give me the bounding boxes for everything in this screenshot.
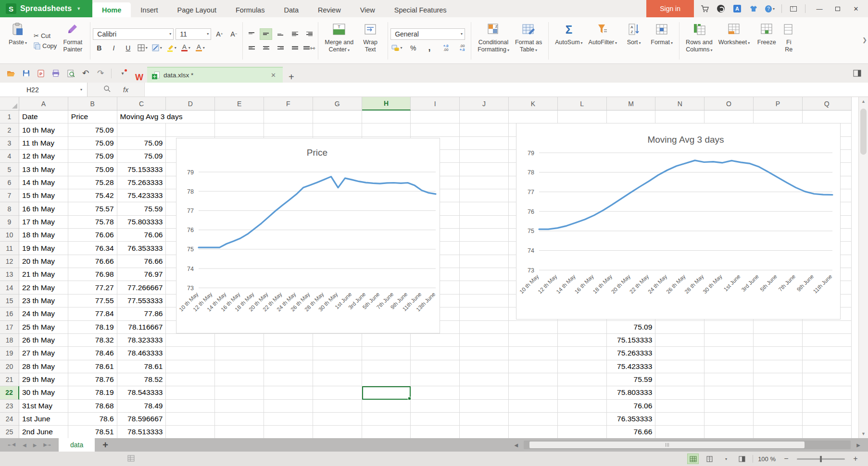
column-header-K[interactable]: K bbox=[509, 97, 558, 110]
menu-tab-formulas[interactable]: Formulas bbox=[226, 2, 274, 17]
paste-button[interactable]: Paste▾ bbox=[4, 19, 32, 62]
cell-C13[interactable]: 76.97 bbox=[117, 268, 166, 281]
sort-button[interactable]: AZ Sort▾ bbox=[620, 19, 648, 62]
cell-I19[interactable] bbox=[411, 347, 460, 360]
cell-B21[interactable]: 78.76 bbox=[68, 373, 117, 386]
wps-writer-icon[interactable]: W bbox=[131, 73, 147, 83]
cell-J14[interactable] bbox=[460, 281, 509, 294]
cell-O1[interactable] bbox=[704, 110, 754, 123]
cell-I20[interactable] bbox=[411, 360, 460, 373]
cell-A6[interactable]: 14 th May bbox=[19, 176, 68, 189]
cell-J21[interactable] bbox=[460, 373, 509, 386]
customize-qat-icon[interactable]: ▾ bbox=[118, 69, 126, 78]
copy-button[interactable]: Copy bbox=[34, 42, 57, 49]
formula-input[interactable] bbox=[144, 83, 868, 97]
menu-tab-data[interactable]: Data bbox=[274, 2, 308, 17]
cell-I21[interactable] bbox=[411, 373, 460, 386]
select-all-button[interactable] bbox=[0, 97, 19, 110]
row-header-25[interactable]: 25 bbox=[0, 426, 19, 438]
zoom-slider[interactable] bbox=[797, 458, 845, 460]
cell-J23[interactable] bbox=[460, 400, 509, 413]
cell-I2[interactable] bbox=[411, 123, 460, 136]
name-box[interactable]: H22 ▾ bbox=[0, 83, 88, 97]
cell-M1[interactable] bbox=[607, 110, 656, 123]
format-as-table-button[interactable]: Format asTable▾ bbox=[512, 19, 545, 62]
cell-P20[interactable] bbox=[754, 360, 803, 373]
cell-L17[interactable] bbox=[558, 321, 607, 334]
menu-tab-page-layout[interactable]: Page Layout bbox=[168, 2, 226, 17]
cell-L25[interactable] bbox=[558, 426, 607, 438]
row-header-1[interactable]: 1 bbox=[0, 110, 19, 123]
cell-M24[interactable]: 76.353333 bbox=[607, 413, 656, 426]
cell-D20[interactable] bbox=[166, 360, 215, 373]
font-size-select[interactable]: 11▾ bbox=[176, 28, 211, 40]
cell-N17[interactable] bbox=[655, 321, 704, 334]
cell-N21[interactable] bbox=[655, 373, 704, 386]
cell-A23[interactable]: 31st May bbox=[19, 400, 68, 413]
cell-J12[interactable] bbox=[460, 255, 509, 268]
cell-F23[interactable] bbox=[264, 400, 313, 413]
cell-J4[interactable] bbox=[460, 150, 509, 163]
cell-A12[interactable]: 20 th May bbox=[19, 255, 68, 268]
column-header-A[interactable]: A bbox=[19, 97, 68, 110]
cell-O23[interactable] bbox=[704, 400, 754, 413]
cell-A17[interactable]: 25 th May bbox=[19, 321, 68, 334]
cell-F1[interactable] bbox=[264, 110, 313, 123]
vertical-scrollbar[interactable]: ▲ ▼ bbox=[858, 97, 868, 438]
cell-M25[interactable]: 76.66 bbox=[607, 426, 656, 438]
cell-B22[interactable]: 78.19 bbox=[68, 386, 117, 399]
cell-J22[interactable] bbox=[460, 386, 509, 399]
cell-B6[interactable]: 75.28 bbox=[68, 176, 117, 189]
align-right-icon[interactable] bbox=[274, 42, 287, 54]
cell-N20[interactable] bbox=[655, 360, 704, 373]
cell-N24[interactable] bbox=[655, 413, 704, 426]
cell-F21[interactable] bbox=[264, 373, 313, 386]
font-color-button[interactable]: A▾ bbox=[179, 42, 192, 54]
cell-C9[interactable]: 75.803333 bbox=[117, 216, 166, 229]
shrink-font-button[interactable]: A− bbox=[227, 28, 240, 40]
italic-button[interactable]: I bbox=[107, 42, 120, 54]
cell-A22[interactable]: 30 th May bbox=[19, 386, 68, 399]
align-bottom-icon[interactable] bbox=[274, 28, 287, 40]
cell-N19[interactable] bbox=[655, 347, 704, 360]
cell-A2[interactable]: 10 th May bbox=[19, 123, 68, 136]
menu-tab-special-features[interactable]: Special Features bbox=[385, 2, 456, 17]
cell-C2[interactable] bbox=[117, 123, 166, 136]
cell-D2[interactable] bbox=[166, 123, 215, 136]
cell-C18[interactable]: 78.323333 bbox=[117, 334, 166, 347]
row-header-20[interactable]: 20 bbox=[0, 360, 19, 373]
cell-I23[interactable] bbox=[411, 400, 460, 413]
cart-icon[interactable] bbox=[700, 4, 709, 13]
open-file-icon[interactable] bbox=[7, 69, 15, 78]
print-icon[interactable] bbox=[51, 69, 60, 78]
cell-A20[interactable]: 28 th May bbox=[19, 360, 68, 373]
cell-I25[interactable] bbox=[411, 426, 460, 438]
cell-O21[interactable] bbox=[704, 373, 754, 386]
worksheet-button[interactable]: Worksheet▾ bbox=[716, 19, 753, 62]
cell-J7[interactable] bbox=[460, 189, 509, 202]
cell-A8[interactable]: 16 th May bbox=[19, 202, 68, 215]
cell-N1[interactable] bbox=[655, 110, 704, 123]
search-icon[interactable] bbox=[103, 85, 111, 94]
cell-H23[interactable] bbox=[362, 400, 411, 413]
display-mode-icon[interactable] bbox=[736, 454, 748, 464]
cell-C15[interactable]: 77.553333 bbox=[117, 294, 166, 307]
row-header-12[interactable]: 12 bbox=[0, 255, 19, 268]
cell-B5[interactable]: 75.09 bbox=[68, 163, 117, 176]
cell-B24[interactable]: 78.6 bbox=[68, 413, 117, 426]
cell-M23[interactable]: 76.06 bbox=[607, 400, 656, 413]
row-header-10[interactable]: 10 bbox=[0, 229, 19, 242]
cell-D23[interactable] bbox=[166, 400, 215, 413]
cell-K18[interactable] bbox=[509, 334, 558, 347]
menu-tab-view[interactable]: View bbox=[351, 2, 385, 17]
scroll-up-icon[interactable]: ▲ bbox=[859, 97, 868, 106]
cell-B7[interactable]: 75.42 bbox=[68, 189, 117, 202]
column-header-O[interactable]: O bbox=[704, 97, 754, 110]
last-sheet-icon[interactable]: ▶⯮ bbox=[43, 442, 51, 448]
cell-P21[interactable] bbox=[754, 373, 803, 386]
row-header-17[interactable]: 17 bbox=[0, 321, 19, 334]
cell-E23[interactable] bbox=[215, 400, 264, 413]
hide-ribbon-icon[interactable] bbox=[789, 4, 798, 13]
sign-in-button[interactable]: Sign in bbox=[646, 0, 694, 17]
cell-O17[interactable] bbox=[704, 321, 754, 334]
